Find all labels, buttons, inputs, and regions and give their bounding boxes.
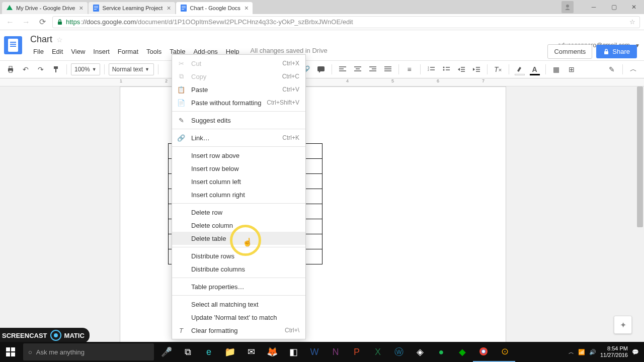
word-icon[interactable]: W: [304, 342, 325, 362]
app-icon[interactable]: ◧: [283, 342, 304, 362]
url-field[interactable]: https ://docs.google.com /document/d/1P1…: [52, 16, 640, 28]
google-docs-logo[interactable]: [4, 36, 22, 54]
tray-chevron-icon[interactable]: ︿: [569, 348, 574, 356]
ctx-insert-column-left[interactable]: Insert column left: [172, 175, 305, 188]
app-icon[interactable]: ◆: [452, 342, 473, 362]
comment-icon[interactable]: [314, 63, 328, 76]
editing-mode-icon[interactable]: ✎: [605, 63, 618, 76]
document-canvas[interactable]: aph/Page #Analysis/Notes: [0, 86, 644, 362]
ctx-paste-without-formatting[interactable]: 📄Paste without formattingCtrl+Shift+V: [172, 96, 305, 109]
ctx-clear-formatting[interactable]: TClear formattingCtrl+\: [172, 324, 305, 337]
ruler[interactable]: 1 2 4 5 6 7: [0, 78, 644, 86]
tab-close-icon[interactable]: ×: [167, 4, 171, 12]
menu-file[interactable]: File: [30, 47, 47, 56]
menu-view[interactable]: View: [68, 47, 88, 56]
docs-icon: [180, 5, 187, 12]
ctx-insert-row-below[interactable]: Insert row below: [172, 162, 305, 175]
align-justify-icon[interactable]: [381, 63, 394, 76]
edge-icon[interactable]: e: [198, 342, 219, 362]
ctx-copy[interactable]: ⧉CopyCtrl+C: [172, 70, 305, 83]
clock[interactable]: 8:54 PM 11/27/2016: [600, 345, 628, 358]
ctx-select-matching[interactable]: Select all matching text: [172, 298, 305, 311]
start-button[interactable]: [0, 342, 21, 362]
reload-button[interactable]: ⟳: [36, 16, 48, 28]
wifi-icon[interactable]: 📶: [578, 349, 585, 355]
powerpoint-icon[interactable]: P: [346, 342, 367, 362]
app-icon[interactable]: ◈: [410, 342, 431, 362]
chrome-icon[interactable]: [473, 342, 494, 362]
scrollbar-thumb[interactable]: [637, 86, 643, 227]
wordpress-icon[interactable]: ⓦ: [388, 342, 410, 362]
ctx-delete-table[interactable]: Delete table: [172, 232, 305, 245]
recorder-icon[interactable]: ⊙: [494, 342, 515, 362]
bookmark-star-icon[interactable]: ☆: [629, 18, 635, 26]
menu-insert[interactable]: Insert: [90, 47, 113, 56]
volume-icon[interactable]: 🔊: [589, 349, 596, 355]
ctx-delete-column[interactable]: Delete column: [172, 219, 305, 232]
onenote-icon[interactable]: N: [325, 342, 346, 362]
maximize-button[interactable]: ▢: [604, 0, 624, 14]
spotify-icon[interactable]: ●: [431, 342, 452, 362]
back-button[interactable]: ←: [4, 16, 16, 28]
ctx-insert-row-above[interactable]: Insert row above: [172, 149, 305, 162]
ctx-insert-column-right[interactable]: Insert column right: [172, 188, 305, 201]
ctx-distribute-columns[interactable]: Distribute columns: [172, 262, 305, 276]
ctx-delete-row[interactable]: Delete row: [172, 206, 305, 219]
star-document-icon[interactable]: ☆: [56, 36, 63, 44]
align-left-icon[interactable]: [336, 63, 349, 76]
clear-formatting-icon[interactable]: T×: [492, 63, 505, 76]
menu-format[interactable]: Format: [115, 47, 141, 56]
tab-close-icon[interactable]: ×: [245, 4, 249, 12]
print-icon[interactable]: [4, 63, 17, 76]
notifications-icon[interactable]: 💬: [632, 349, 639, 355]
browser-tab-active[interactable]: Chart - Google Docs ×: [176, 2, 253, 14]
bulleted-list-icon[interactable]: [440, 63, 453, 76]
border-icon[interactable]: ▦: [550, 63, 563, 76]
ctx-suggest-edits[interactable]: ✎Suggest edits: [172, 114, 305, 127]
cortana-search[interactable]: ○ Ask me anything: [23, 343, 154, 360]
task-view-icon[interactable]: ⧉: [177, 342, 198, 362]
ctx-table-properties[interactable]: Table properties…: [172, 280, 305, 293]
align-right-icon[interactable]: [366, 63, 379, 76]
ctx-distribute-rows[interactable]: Distribute rows: [172, 249, 305, 262]
ctx-paste[interactable]: 📋PasteCtrl+V: [172, 83, 305, 96]
browser-tab[interactable]: Service Learning Project ×: [89, 2, 175, 14]
merge-cells-icon[interactable]: ⊞: [565, 63, 578, 76]
paragraph-style-select[interactable]: Normal text▼: [109, 63, 154, 75]
excel-icon[interactable]: X: [367, 342, 388, 362]
chrome-profile-icon[interactable]: [561, 1, 574, 13]
mail-icon[interactable]: ✉: [240, 342, 262, 362]
line-spacing-icon[interactable]: ≡: [403, 63, 416, 76]
comments-button[interactable]: Comments: [547, 44, 592, 59]
menu-edit[interactable]: Edit: [49, 47, 66, 56]
undo-icon[interactable]: ↶: [19, 63, 32, 76]
tab-close-icon[interactable]: ×: [79, 4, 83, 12]
decrease-indent-icon[interactable]: [455, 63, 468, 76]
text-color-icon[interactable]: A: [528, 63, 541, 76]
url-scheme: https: [66, 18, 80, 26]
file-explorer-icon[interactable]: 📁: [219, 342, 240, 362]
share-button[interactable]: Share: [596, 45, 637, 58]
minimize-button[interactable]: ─: [584, 0, 604, 14]
paint-format-icon[interactable]: [49, 63, 62, 76]
align-center-icon[interactable]: [351, 63, 364, 76]
ctx-update-normal[interactable]: Update 'Normal text' to match: [172, 311, 305, 324]
close-button[interactable]: ✕: [624, 0, 644, 14]
browser-tab[interactable]: My Drive - Google Drive ×: [2, 2, 88, 14]
ctx-cut[interactable]: ✂CutCtrl+X: [172, 57, 305, 70]
ctx-link[interactable]: 🔗Link…Ctrl+K: [172, 131, 305, 144]
vertical-scrollbar[interactable]: [636, 86, 644, 342]
document-title[interactable]: Chart: [30, 34, 52, 45]
system-tray[interactable]: ︿ 📶 🔊 8:54 PM 11/27/2016 💬: [569, 345, 644, 358]
increase-indent-icon[interactable]: [470, 63, 483, 76]
mic-icon[interactable]: 🎤: [156, 342, 177, 362]
numbered-list-icon[interactable]: 12: [425, 63, 438, 76]
explore-button[interactable]: ✦: [614, 316, 632, 334]
forward-button[interactable]: →: [20, 16, 32, 28]
redo-icon[interactable]: ↷: [34, 63, 47, 76]
firefox-icon[interactable]: 🦊: [262, 342, 283, 362]
menu-tools[interactable]: Tools: [143, 47, 165, 56]
collapse-toolbar-icon[interactable]: ︿: [627, 63, 640, 76]
highlight-color-icon[interactable]: [513, 63, 526, 76]
zoom-select[interactable]: 100%▼: [71, 63, 100, 75]
